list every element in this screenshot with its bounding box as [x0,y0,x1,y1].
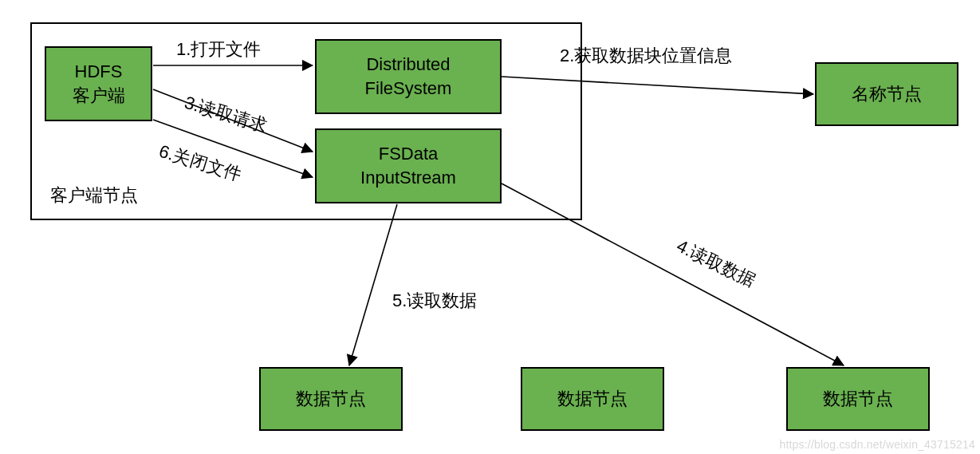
data-node-1-box: 数据节点 [259,367,403,431]
client-node-container-label: 客户端节点 [50,184,138,207]
step4-label: 4.读取数据 [672,235,759,294]
fsdata-inputstream-line2: InputStream [360,166,456,190]
step1-label: 1.打开文件 [176,38,261,61]
distributed-filesystem-line1: Distributed [366,53,450,77]
arrow-step5 [349,204,397,365]
data-node-2-box: 数据节点 [521,367,664,431]
distributed-filesystem-line2: FileSystem [365,77,452,101]
name-node-box: 名称节点 [815,62,958,126]
data-node-2-label: 数据节点 [557,387,628,411]
hdfs-client-line1: HDFS [75,60,123,84]
hdfs-client-box: HDFS 客户端 [45,46,152,121]
distributed-filesystem-box: Distributed FileSystem [315,39,502,114]
name-node-label: 名称节点 [852,82,922,106]
fsdata-inputstream-box: FSData InputStream [315,128,502,203]
hdfs-client-line2: 客户端 [73,84,125,108]
data-node-1-label: 数据节点 [296,387,366,411]
step2-label: 2.获取数据块位置信息 [560,44,732,68]
fsdata-inputstream-line1: FSData [379,142,439,166]
step5-label: 5.读取数据 [392,289,477,313]
watermark-text: https://blog.csdn.net/weixin_43715214 [779,438,975,451]
data-node-3-label: 数据节点 [823,387,893,411]
data-node-3-box: 数据节点 [786,367,930,431]
